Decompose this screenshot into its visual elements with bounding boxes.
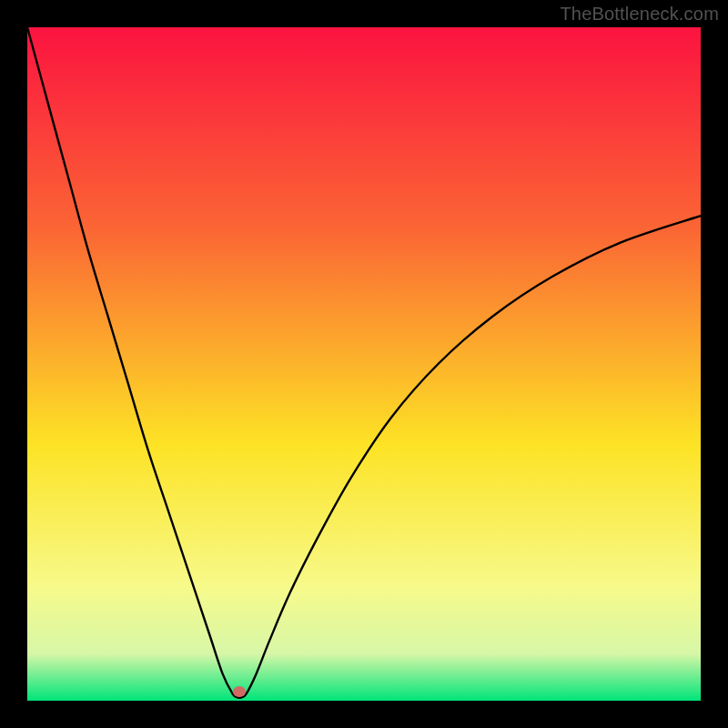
plot-svg (27, 27, 701, 701)
chart-frame: TheBottleneck.com (0, 0, 728, 728)
plot-area (27, 27, 701, 701)
minimum-marker-dot (233, 686, 246, 697)
watermark-text: TheBottleneck.com (560, 4, 719, 25)
gradient-background (27, 27, 701, 701)
